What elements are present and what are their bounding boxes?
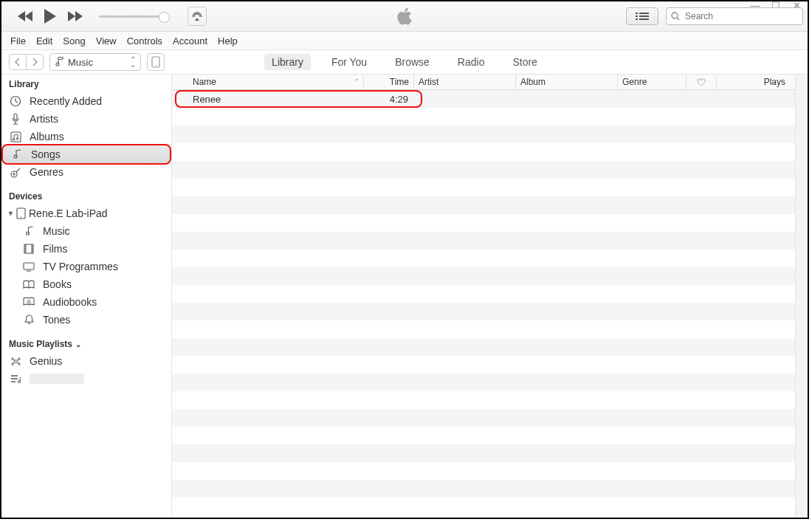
search-icon bbox=[671, 12, 680, 21]
sidebar-item-label: TV Programmes bbox=[43, 261, 118, 272]
sidebar-device-music[interactable]: Music bbox=[1, 222, 171, 240]
forward-button[interactable] bbox=[27, 55, 43, 69]
tab-radio[interactable]: Radio bbox=[450, 54, 492, 70]
menu-account[interactable]: Account bbox=[173, 35, 207, 47]
play-button[interactable] bbox=[43, 8, 58, 24]
tab-store[interactable]: Store bbox=[505, 54, 544, 70]
tv-icon bbox=[22, 262, 35, 272]
audiobook-icon bbox=[22, 297, 35, 307]
sidebar-device-tones[interactable]: Tones bbox=[1, 311, 171, 329]
sort-caret-icon: ˄ bbox=[355, 78, 359, 86]
tab-library[interactable]: Library bbox=[264, 54, 311, 70]
sidebar-playlist-genius[interactable]: Genius bbox=[1, 352, 171, 370]
body: Library Recently Added Artists Albums So… bbox=[1, 75, 808, 518]
sidebar-header-library: Library bbox=[1, 75, 171, 92]
sidebar-item-label: Music bbox=[43, 225, 70, 237]
col-love[interactable] bbox=[687, 75, 717, 89]
sidebar-item-label: Genius bbox=[30, 355, 62, 367]
col-name[interactable]: Name ˄ bbox=[172, 75, 364, 89]
menu-controls[interactable]: Controls bbox=[127, 35, 162, 47]
nav-row: Music ⌃⌄ Library For You Browse Radio St… bbox=[1, 50, 808, 75]
svg-rect-14 bbox=[24, 263, 34, 269]
svg-point-0 bbox=[672, 13, 678, 18]
svg-point-17 bbox=[11, 357, 13, 359]
svg-point-10 bbox=[13, 173, 15, 175]
menu-song[interactable]: Song bbox=[63, 35, 85, 47]
table-row[interactable]: Renee 4:29 bbox=[172, 90, 808, 108]
sidebar-item-recently-added[interactable]: Recently Added bbox=[1, 92, 171, 110]
next-button[interactable] bbox=[66, 10, 83, 22]
search-field[interactable] bbox=[666, 7, 803, 25]
titlebar: — ☐ ✕ bbox=[1, 1, 808, 32]
playlist-icon bbox=[9, 374, 22, 384]
search-input[interactable] bbox=[684, 10, 798, 22]
sidebar-item-label: Songs bbox=[31, 148, 61, 160]
apple-logo-icon bbox=[396, 6, 413, 27]
sidebar-item-artists[interactable]: Artists bbox=[1, 110, 171, 128]
col-album[interactable]: Album bbox=[516, 75, 618, 89]
menu-bar: File Edit Song View Controls Account Hel… bbox=[1, 32, 808, 50]
svg-point-19 bbox=[11, 363, 13, 364]
sidebar-header-playlists[interactable]: Music Playlists ⌄ bbox=[1, 334, 171, 352]
tab-for-you[interactable]: For You bbox=[324, 54, 374, 70]
guitar-icon bbox=[9, 167, 22, 178]
menu-help[interactable]: Help bbox=[218, 35, 238, 47]
sidebar-item-label: Albums bbox=[30, 131, 64, 142]
sidebar-item-label: Artists bbox=[30, 113, 58, 125]
song-rows: Renee 4:29 bbox=[172, 90, 808, 518]
airplay-button[interactable] bbox=[187, 7, 207, 26]
chevron-down-icon: ⌄ bbox=[75, 340, 81, 348]
sidebar-item-albums[interactable]: Albums bbox=[1, 128, 171, 145]
sidebar-device-label: Rene.E Lab-iPad bbox=[29, 207, 108, 219]
col-genre[interactable]: Genre bbox=[618, 75, 687, 89]
svg-point-12 bbox=[21, 217, 21, 218]
redacted-label bbox=[30, 374, 84, 384]
section-tabs: Library For You Browse Radio Store bbox=[264, 54, 545, 70]
sidebar-item-label: Books bbox=[43, 278, 72, 290]
bell-icon bbox=[22, 315, 35, 325]
tab-browse[interactable]: Browse bbox=[388, 54, 437, 70]
sidebar-item-label: Recently Added bbox=[30, 95, 102, 107]
caret-down-icon[interactable]: ▼ bbox=[7, 210, 13, 217]
volume-slider[interactable] bbox=[99, 16, 165, 18]
back-button[interactable] bbox=[10, 55, 27, 69]
genius-icon bbox=[9, 356, 22, 367]
previous-button[interactable] bbox=[18, 10, 34, 22]
column-headers: Name ˄ Time Artist Album Genre Plays bbox=[172, 75, 808, 90]
col-time[interactable]: Time bbox=[364, 75, 414, 89]
playback-controls bbox=[1, 7, 207, 26]
sidebar-device-tv[interactable]: TV Programmes bbox=[1, 258, 171, 275]
music-note-icon bbox=[55, 57, 63, 67]
microphone-icon bbox=[9, 113, 22, 125]
sidebar-item-genres[interactable]: Genres bbox=[1, 163, 171, 181]
svg-point-9 bbox=[11, 171, 17, 177]
album-icon bbox=[9, 131, 22, 142]
itunes-window: — ☐ ✕ bbox=[0, 0, 809, 519]
sidebar-playlist-unnamed[interactable] bbox=[1, 370, 171, 388]
menu-view[interactable]: View bbox=[96, 35, 117, 47]
cell-time: 4:29 bbox=[363, 94, 413, 105]
music-note-icon bbox=[22, 226, 35, 236]
device-button[interactable] bbox=[147, 53, 165, 71]
menu-file[interactable]: File bbox=[10, 35, 26, 47]
menu-edit[interactable]: Edit bbox=[36, 35, 52, 47]
media-picker[interactable]: Music ⌃⌄ bbox=[49, 53, 141, 71]
sidebar-item-label: Tones bbox=[43, 314, 70, 326]
vertical-scrollbar[interactable] bbox=[795, 75, 808, 518]
clock-icon bbox=[9, 95, 22, 107]
sidebar-device-books[interactable]: Books bbox=[1, 275, 171, 293]
list-view-button[interactable] bbox=[626, 7, 658, 25]
sidebar-header-devices: Devices bbox=[1, 187, 171, 205]
col-artist[interactable]: Artist bbox=[414, 75, 516, 89]
chevron-updown-icon: ⌃⌄ bbox=[130, 57, 136, 67]
sidebar-device[interactable]: ▼ Rene.E Lab-iPad bbox=[1, 205, 171, 222]
media-picker-label: Music bbox=[68, 57, 93, 68]
sidebar-item-label: Genres bbox=[30, 166, 63, 178]
col-plays[interactable]: Plays bbox=[717, 75, 808, 89]
sidebar-device-films[interactable]: Films bbox=[1, 240, 171, 258]
sidebar-item-songs[interactable]: Songs bbox=[3, 145, 170, 163]
svg-point-20 bbox=[18, 363, 19, 364]
svg-point-18 bbox=[18, 357, 19, 359]
sidebar-item-label: Audiobooks bbox=[43, 296, 97, 308]
sidebar-device-audiobooks[interactable]: Audiobooks bbox=[1, 293, 171, 311]
